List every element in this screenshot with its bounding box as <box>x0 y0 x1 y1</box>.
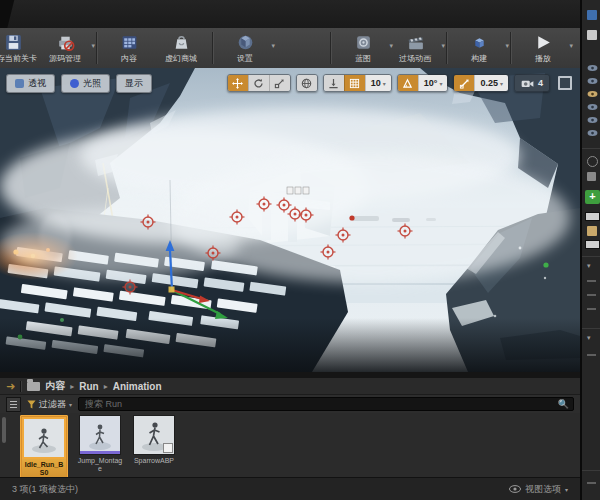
dropdown-caret-icon[interactable]: ▾ <box>441 42 445 50</box>
dropdown-caret-icon: ▾ <box>383 80 386 87</box>
settings-button[interactable]: 设置 ▾ <box>219 29 271 68</box>
camera-speed-button[interactable]: 4 <box>515 75 549 91</box>
play-icon <box>534 33 553 52</box>
asset-tile-jump-montage[interactable]: Jump_Montage <box>78 415 122 473</box>
grid-snap-group: 10▾ <box>323 74 392 92</box>
blueprints-button[interactable]: 蓝图 ▾ <box>337 29 389 68</box>
grid-snap-toggle-button[interactable] <box>344 75 365 91</box>
sources-panel-toggle[interactable] <box>6 397 21 412</box>
world-local-toggle-button[interactable] <box>297 75 317 91</box>
panel-tab-icon[interactable] <box>587 30 597 40</box>
character-thumbnail-figure <box>80 416 120 454</box>
visibility-eye-icon[interactable] <box>587 116 598 124</box>
panel-tab-icon[interactable] <box>587 10 597 20</box>
scale-snap-group: 0.25▾ <box>453 74 509 92</box>
scale-tool-button[interactable] <box>269 75 290 91</box>
visibility-eye-icon[interactable] <box>587 77 598 85</box>
viewport-mode-bar: 透视 光照 显示 <box>6 74 152 93</box>
move-tool-button[interactable] <box>228 75 248 91</box>
build-button[interactable]: 构建 ▾ <box>453 29 505 68</box>
filters-button[interactable]: 过滤器 ▾ <box>27 398 72 411</box>
grid-snap-icon <box>349 78 360 89</box>
play-button[interactable]: 播放 ▾ <box>517 29 569 68</box>
settings-icon <box>236 33 255 52</box>
rotate-icon <box>253 78 264 89</box>
scale-snap-toggle-button[interactable] <box>454 75 474 91</box>
details-field-edge[interactable] <box>585 240 600 249</box>
dropdown-caret-icon[interactable]: ▾ <box>271 42 275 50</box>
visibility-eye-icon[interactable] <box>587 90 598 98</box>
breadcrumb-run[interactable]: Run <box>79 381 98 392</box>
main-toolbar: 保存当前关卡 源码管理 ▾ 内容 虚幻商城 设置 ▾ 蓝图 ▾ <box>0 28 580 69</box>
section-caret-icon[interactable]: ▾ <box>587 334 591 342</box>
build-icon <box>470 33 489 52</box>
bottom-vignette <box>0 318 580 372</box>
surface-snap-button[interactable] <box>324 75 344 91</box>
asset-search-box: 🔍 <box>78 397 574 411</box>
rotate-tool-button[interactable] <box>248 75 269 91</box>
sources-scrollbar[interactable] <box>2 417 6 443</box>
scale-snap-value[interactable]: 0.25▾ <box>474 75 508 91</box>
globe-icon <box>301 78 312 89</box>
cinematics-button[interactable]: 过场动画 ▾ <box>389 29 441 68</box>
visibility-eye-icon[interactable] <box>587 64 598 72</box>
source-control-button[interactable]: 源码管理 ▾ <box>39 29 91 68</box>
rotation-snap-toggle-button[interactable] <box>398 75 418 91</box>
marketplace-button[interactable]: 虚幻商城 <box>155 29 207 68</box>
rotation-snap-group: 10°▾ <box>397 74 449 92</box>
info-circle-icon[interactable] <box>587 156 598 167</box>
forward-arrow-icon[interactable]: ➜ <box>6 381 15 392</box>
rotation-snap-value[interactable]: 10°▾ <box>418 75 448 91</box>
panel-icon[interactable] <box>587 172 596 181</box>
details-row-edge <box>587 294 596 296</box>
breadcrumb-animation[interactable]: Animation <box>113 381 162 392</box>
scale-snap-icon <box>459 78 470 89</box>
dropdown-caret-icon: ▾ <box>565 486 568 493</box>
asset-grid: Idle_Run_BS0 Jump_Montage SparrowABP <box>0 413 580 477</box>
maximize-viewport-icon[interactable] <box>558 76 572 90</box>
list-icon <box>10 401 17 408</box>
section-caret-icon[interactable]: ▾ <box>587 262 591 270</box>
show-flags-button[interactable]: 显示 <box>116 74 152 93</box>
window-top-bar <box>0 0 600 29</box>
cinematics-icon <box>406 33 425 52</box>
level-viewport[interactable]: 透视 光照 显示 <box>0 68 580 372</box>
details-field-edge[interactable] <box>585 212 600 221</box>
view-options-button[interactable]: 视图选项 ▾ <box>509 483 568 496</box>
grid-snap-value[interactable]: 10▾ <box>365 75 391 91</box>
save-icon <box>4 33 23 52</box>
toolbar-separator <box>330 32 332 64</box>
asset-thumbnail <box>79 415 121 455</box>
character-thumbnail-figure <box>24 419 64 457</box>
asset-tile-sparrow-abp[interactable]: SparrowABP <box>132 415 176 465</box>
toolbar-separator <box>212 32 214 64</box>
details-row-edge <box>587 280 596 282</box>
breadcrumb-separator-icon: ▸ <box>104 382 108 391</box>
blueprints-icon <box>354 33 373 52</box>
toolbar-separator <box>510 32 512 64</box>
coordinate-space-group <box>296 74 318 92</box>
asset-search-input[interactable] <box>83 398 554 410</box>
visibility-eye-icon[interactable] <box>587 129 598 137</box>
lit-mode-button[interactable]: 光照 <box>61 74 110 93</box>
launch-button[interactable]: 启动 ▾ <box>569 29 580 68</box>
breadcrumb-content[interactable]: 内容 <box>45 379 65 393</box>
save-level-label: 保存当前关卡 <box>0 53 37 64</box>
asset-name: Jump_Montage <box>77 457 123 473</box>
save-level-button[interactable]: 保存当前关卡 <box>0 29 39 68</box>
visibility-eye-icon[interactable] <box>587 103 598 111</box>
details-row-edge <box>587 482 596 484</box>
unreal-editor-window: 保存当前关卡 源码管理 ▾ 内容 虚幻商城 设置 ▾ 蓝图 ▾ <box>0 0 600 500</box>
asset-count-status: 3 项(1 项被选中) <box>12 483 78 496</box>
dropdown-caret-icon[interactable]: ▾ <box>505 42 509 50</box>
dropdown-caret-icon[interactable]: ▾ <box>91 42 95 50</box>
level-scene <box>0 68 580 372</box>
surface-snap-icon <box>328 78 339 89</box>
content-browser-button[interactable]: 内容 <box>103 29 155 68</box>
add-component-button[interactable]: + <box>585 190 600 204</box>
marketplace-icon <box>172 33 191 52</box>
perspective-button[interactable]: 透视 <box>6 74 55 93</box>
asset-thumbnail <box>22 417 66 459</box>
details-icon[interactable] <box>587 226 597 236</box>
eye-icon <box>509 485 521 493</box>
